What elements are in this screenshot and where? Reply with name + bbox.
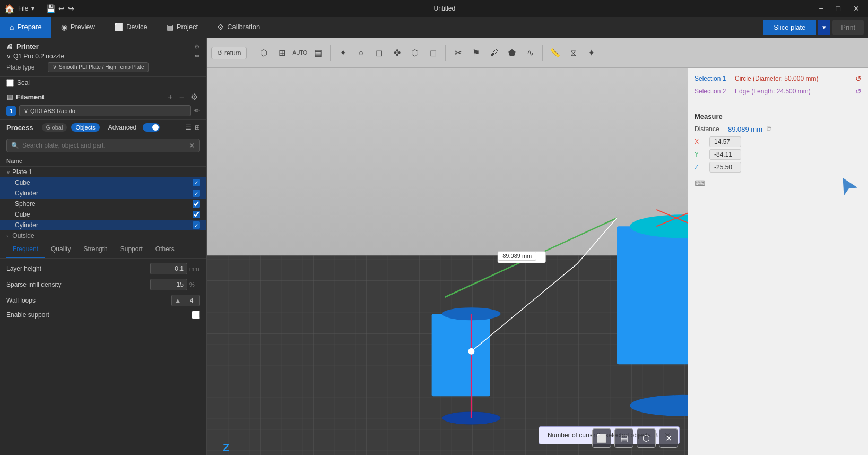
process-grid-icon[interactable]: ⊞: [195, 124, 200, 131]
selection1-value: Circle (Diameter: 50.000 mm): [735, 75, 852, 82]
tab-frequent[interactable]: Frequent: [6, 241, 45, 258]
item-checkbox[interactable]: [193, 200, 200, 208]
undo-icon[interactable]: ↩: [58, 4, 65, 13]
printer-edit-icon[interactable]: ✏: [195, 53, 200, 60]
filament-select[interactable]: ∨ QIDI ABS Rapido: [19, 105, 191, 116]
printer-settings-icon[interactable]: ⚙: [194, 43, 200, 50]
measure-icon[interactable]: 📏: [547, 45, 563, 61]
selection1-refresh-icon[interactable]: ↺: [855, 74, 862, 83]
tree-item-cube2[interactable]: Cube: [0, 209, 206, 220]
selection2-row: Selection 2 Edge (Length: 24.500 mm) ↺: [695, 87, 862, 96]
advanced-label: Advanced: [108, 124, 136, 131]
move-icon[interactable]: ✦: [335, 45, 351, 61]
auto-icon[interactable]: AUTO: [292, 45, 308, 61]
tag-objects[interactable]: Objects: [71, 123, 99, 132]
preview-icon: ◉: [61, 23, 67, 31]
perspective-icon[interactable]: ⬡: [256, 45, 272, 61]
layer-height-input[interactable]: [150, 263, 187, 274]
seal-row: Seal: [0, 77, 206, 89]
save-icon[interactable]: 💾: [46, 4, 55, 13]
cut-icon[interactable]: ✂: [450, 45, 466, 61]
print-button[interactable]: Print: [832, 20, 864, 35]
selection2-refresh-icon[interactable]: ↺: [855, 87, 862, 96]
outside-row[interactable]: › Outside: [0, 230, 206, 241]
maximize-button[interactable]: □: [832, 3, 845, 14]
tab-prepare[interactable]: ⌂ Prepare: [0, 17, 51, 38]
filament-edit-icon[interactable]: ✏: [194, 107, 200, 115]
toolbar-separator-4: [542, 45, 543, 61]
item-checkbox[interactable]: ✓: [193, 179, 200, 186]
file-dropdown-icon[interactable]: ▾: [31, 5, 34, 12]
tree-item-cube1[interactable]: Cube ✓: [0, 177, 206, 188]
tab-strength[interactable]: Strength: [77, 241, 114, 258]
select-icon[interactable]: ◻: [425, 45, 441, 61]
tree-item-cylinder1[interactable]: Cylinder ✓: [0, 188, 206, 199]
slice-plate-button[interactable]: Slice plate: [763, 20, 816, 35]
search-clear-icon[interactable]: ✕: [189, 141, 195, 150]
process-list-icon[interactable]: ☰: [186, 124, 192, 131]
remove-filament-button[interactable]: −: [177, 92, 186, 102]
tab-device[interactable]: ⬜ Device: [105, 17, 157, 38]
minimize-button[interactable]: −: [814, 3, 827, 14]
item-checkbox[interactable]: [193, 211, 200, 218]
bottom-icon-1[interactable]: ⬜: [592, 428, 611, 448]
mirror-icon[interactable]: ⬡: [407, 45, 423, 61]
x-value: 14.57: [709, 136, 741, 147]
tab-others[interactable]: Others: [149, 241, 181, 258]
filament-settings-button[interactable]: ⚙: [188, 92, 200, 102]
tab-preview-label: Preview: [71, 23, 95, 31]
object-tree: Name ∨ Plate 1 Cube ✓ Cylinder ✓ Sphere: [0, 156, 206, 241]
return-button[interactable]: ↺ return: [211, 47, 247, 59]
svg-marker-24: [836, 174, 857, 195]
item-checkbox[interactable]: ✓: [193, 221, 200, 229]
window-controls: − □ ✕: [814, 3, 864, 14]
seam-icon[interactable]: ⬟: [504, 45, 520, 61]
bottom-icon-4[interactable]: ✕: [659, 428, 678, 448]
tab-support[interactable]: Support: [114, 241, 149, 258]
add-filament-button[interactable]: +: [166, 92, 175, 102]
bottom-icon-2[interactable]: ▤: [614, 428, 633, 448]
selection1-row: Selection 1 Circle (Diameter: 50.000 mm)…: [695, 74, 862, 83]
outside-label: Outside: [12, 232, 34, 239]
close-button[interactable]: ✕: [849, 3, 864, 14]
tab-quality[interactable]: Quality: [45, 241, 77, 258]
fuzzy-icon[interactable]: ∿: [522, 45, 538, 61]
tab-project[interactable]: ▤ Project: [157, 17, 207, 38]
paint-icon[interactable]: 🖌: [486, 45, 502, 61]
advanced-toggle[interactable]: [143, 123, 160, 132]
assemble-icon[interactable]: ✦: [583, 45, 599, 61]
bottom-icon-3[interactable]: ⬡: [637, 428, 656, 448]
arrange-icon[interactable]: ✤: [389, 45, 405, 61]
tag-global[interactable]: Global: [42, 123, 67, 132]
tab-calibration[interactable]: ⚙ Calibration: [207, 17, 270, 38]
redo-icon[interactable]: ↪: [68, 4, 74, 13]
filament-icon: ▤: [6, 93, 13, 101]
nav-arrow[interactable]: [836, 174, 857, 197]
layout-icon[interactable]: ▤: [310, 45, 326, 61]
file-menu[interactable]: File: [18, 5, 28, 12]
tree-item-cylinder2[interactable]: Cylinder ✓: [0, 220, 206, 230]
rotate-icon[interactable]: ○: [353, 45, 369, 61]
tree-item-sphere[interactable]: Sphere: [0, 199, 206, 209]
toolbar-separator-1: [251, 45, 251, 61]
wall-loops-decrement[interactable]: ▲: [172, 297, 184, 304]
scale-icon[interactable]: ◻: [371, 45, 387, 61]
selection1-label: Selection 1: [695, 75, 732, 82]
grid-icon[interactable]: ⊞: [274, 45, 290, 61]
plate1-group[interactable]: ∨ Plate 1: [0, 167, 206, 177]
toolbar-separator-3: [445, 45, 446, 61]
item-checkbox[interactable]: ✓: [193, 190, 200, 197]
outside-chevron: ›: [6, 233, 8, 239]
copy-icon[interactable]: ⧉: [767, 125, 771, 133]
tab-preview[interactable]: ◉ Preview: [51, 17, 105, 38]
slice-preview-icon[interactable]: ⧖: [565, 45, 581, 61]
viewport-toolbar: ↺ return ⬡ ⊞ AUTO ▤ ✦ ○ ◻ ✤ ⬡ ◻ ✂ ⚑ 🖌 ⬟ …: [207, 38, 868, 68]
plate-type-value[interactable]: ∨ Smooth PEI Plate / High Temp Plate: [48, 62, 149, 72]
return-icon: ↺: [217, 49, 222, 57]
seal-checkbox[interactable]: [6, 79, 14, 87]
enable-support-checkbox[interactable]: [192, 311, 200, 319]
slice-dropdown-button[interactable]: ▾: [818, 20, 830, 35]
sparse-infill-input[interactable]: [150, 279, 187, 290]
search-input[interactable]: [22, 142, 186, 149]
support-icon[interactable]: ⚑: [468, 45, 484, 61]
